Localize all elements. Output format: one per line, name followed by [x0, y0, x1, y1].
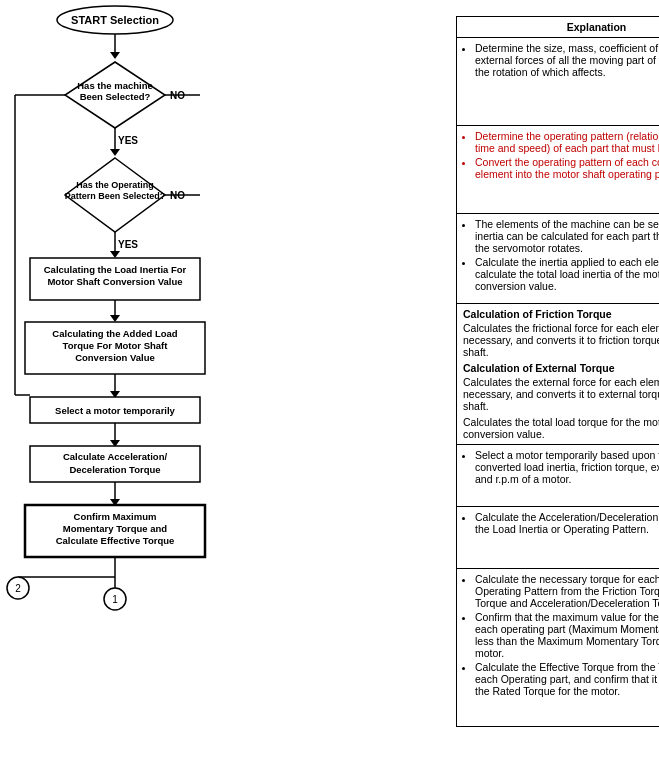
explanation-cell: Calculate the Acceleration/Deceleration …	[457, 507, 660, 569]
explanation-cell: Calculation of Friction Torque Calculate…	[457, 304, 660, 445]
svg-text:2: 2	[15, 583, 21, 594]
svg-text:Deceleration Torque: Deceleration Torque	[69, 464, 160, 475]
explanation-text: Calculates the frictional force for each…	[463, 322, 659, 358]
svg-text:Torque For Motor Shaft: Torque For Motor Shaft	[63, 340, 169, 351]
table-row: Determine the operating pattern (relatio…	[457, 126, 660, 214]
explanation-text: Calculates the external force for each e…	[463, 376, 659, 412]
explanation-text: Calculation of External Torque	[463, 362, 659, 374]
svg-text:Calculating the Added Load: Calculating the Added Load	[52, 328, 177, 339]
svg-text:Momentary Torque and: Momentary Torque and	[63, 523, 168, 534]
svg-marker-19	[110, 251, 120, 258]
svg-text:1: 1	[112, 594, 118, 605]
svg-text:YES: YES	[118, 135, 138, 146]
table-row: Determine the size, mass, coefficient of…	[457, 38, 660, 126]
svg-text:YES: YES	[118, 239, 138, 250]
list-item: Select a motor temporarily based upon th…	[475, 449, 659, 485]
explanation-text: Calculates the total load torque for the…	[463, 416, 659, 440]
svg-text:Select a motor temporarily: Select a motor temporarily	[55, 405, 176, 416]
svg-text:Been Selected?: Been Selected?	[80, 91, 151, 102]
list-item: Convert the operating pattern of each co…	[475, 156, 659, 180]
svg-text:Calculate Acceleration/: Calculate Acceleration/	[63, 451, 168, 462]
explanation-table: Explanation References Determine the siz…	[456, 16, 659, 727]
svg-text:Calculate Effective Torque: Calculate Effective Torque	[56, 535, 175, 546]
list-item: Confirm that the maximum value for the T…	[475, 611, 659, 659]
explanation-cell: Calculate the necessary torque for each …	[457, 569, 660, 727]
explanation-cell: Determine the size, mass, coefficient of…	[457, 38, 660, 126]
svg-text:Confirm Maximum: Confirm Maximum	[74, 511, 157, 522]
svg-text:Has the Operating: Has the Operating	[76, 180, 154, 190]
table-row: Calculate the necessary torque for each …	[457, 569, 660, 727]
svg-marker-11	[110, 149, 120, 156]
list-item: Determine the operating pattern (relatio…	[475, 130, 659, 154]
page-container: START Selection Has the machine Been Sel…	[0, 0, 659, 735]
table-row: The elements of the machine can be separ…	[457, 214, 660, 304]
svg-text:Pattern Been Selected?: Pattern Been Selected?	[65, 191, 166, 201]
svg-text:Conversion Value: Conversion Value	[75, 352, 155, 363]
col-explanation-header: Explanation	[457, 17, 660, 38]
list-item: Calculate the inertia applied to each el…	[475, 256, 659, 292]
explanation-table-wrapper: Explanation References Determine the siz…	[228, 16, 659, 727]
table-row: Select a motor temporarily based upon th…	[457, 445, 660, 507]
explanation-cell: Select a motor temporarily based upon th…	[457, 445, 660, 507]
list-item: Calculate the Acceleration/Deceleration …	[475, 511, 659, 535]
table-row: Calculate the Acceleration/Deceleration …	[457, 507, 660, 569]
flowchart-svg: START Selection Has the machine Been Sel…	[0, 0, 230, 771]
list-item: Calculate the Effective Torque from the …	[475, 661, 659, 697]
svg-marker-24	[110, 315, 120, 322]
table-row: Calculation of Friction Torque Calculate…	[457, 304, 660, 445]
list-item: Calculate the necessary torque for each …	[475, 573, 659, 609]
svg-marker-3	[110, 52, 120, 59]
list-item: The elements of the machine can be separ…	[475, 218, 659, 254]
svg-text:Has the machine: Has the machine	[77, 80, 153, 91]
explanation-cell: The elements of the machine can be separ…	[457, 214, 660, 304]
svg-text:START Selection: START Selection	[71, 14, 159, 26]
explanation-cell: Determine the operating pattern (relatio…	[457, 126, 660, 214]
svg-text:Motor Shaft Conversion Value: Motor Shaft Conversion Value	[47, 276, 182, 287]
list-item: Determine the size, mass, coefficient of…	[475, 42, 659, 78]
explanation-text: Calculation of Friction Torque	[463, 308, 659, 320]
svg-text:Calculating the Load Inertia F: Calculating the Load Inertia For	[44, 264, 187, 275]
